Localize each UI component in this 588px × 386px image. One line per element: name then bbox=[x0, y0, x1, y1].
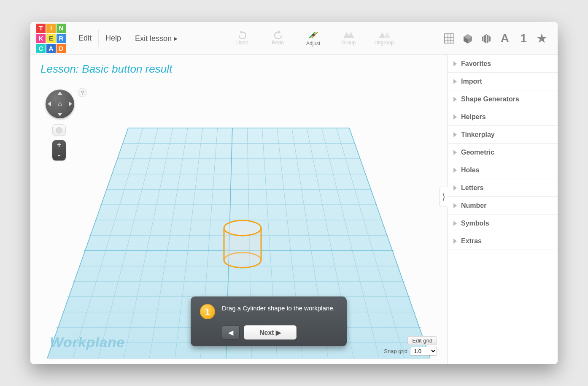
redo-button[interactable]: Redo bbox=[267, 30, 289, 46]
chevron-right-icon bbox=[453, 185, 457, 190]
lesson-title: Lesson: Basic button result bbox=[30, 55, 447, 76]
center-tools: Undo Redo Adjust Group Ungroup bbox=[231, 30, 396, 46]
cat-holes[interactable]: Holes bbox=[448, 161, 558, 179]
chevron-right-icon bbox=[453, 203, 457, 208]
tab-box-icon[interactable] bbox=[461, 31, 475, 46]
svg-point-0 bbox=[312, 34, 315, 36]
tab-stripes-icon[interactable] bbox=[479, 31, 494, 46]
cat-label: Shape Generators bbox=[461, 95, 519, 103]
cat-extras[interactable]: Extras bbox=[448, 232, 558, 250]
tool-label: Undo bbox=[236, 40, 248, 46]
menu-help[interactable]: Help bbox=[99, 30, 128, 47]
cat-label: Holes bbox=[461, 166, 480, 174]
lesson-popover: 1 Drag a Cylinder shape to the workplane… bbox=[191, 296, 347, 346]
cylinder-shape[interactable] bbox=[222, 220, 263, 269]
tool-label: Group bbox=[342, 40, 356, 46]
ungroup-button[interactable]: Ungroup bbox=[373, 30, 396, 46]
orbit-up-icon[interactable] bbox=[57, 92, 62, 95]
view-orb: ⌂ ? bbox=[46, 90, 74, 118]
shape-panel: Favorites Import Shape Generators Helper… bbox=[447, 55, 558, 364]
chevron-right-icon bbox=[453, 61, 457, 66]
undo-icon bbox=[237, 30, 248, 39]
cat-label: Tinkerplay bbox=[461, 131, 495, 139]
cat-import[interactable]: Import bbox=[448, 73, 558, 90]
adjust-icon bbox=[307, 30, 319, 40]
edit-grid-button[interactable]: Edit grid bbox=[407, 336, 437, 345]
menu-exit-lesson[interactable]: Exit lesson ▸ bbox=[128, 30, 184, 47]
orb-help-button[interactable]: ? bbox=[78, 88, 87, 97]
lesson-prefix: Lesson: bbox=[40, 63, 82, 75]
cat-favorites[interactable]: Favorites bbox=[448, 55, 558, 73]
cat-label: Helpers bbox=[461, 113, 486, 121]
redo-icon bbox=[272, 30, 283, 39]
cat-label: Extras bbox=[461, 237, 482, 245]
chevron-right-icon bbox=[453, 168, 457, 173]
chevron-right-icon bbox=[453, 97, 457, 102]
lesson-name: Basic button result bbox=[82, 63, 172, 75]
menu-edit[interactable]: Edit bbox=[72, 30, 99, 47]
tool-label: Redo bbox=[272, 40, 284, 46]
logo[interactable]: TIN KER CAD bbox=[36, 24, 66, 53]
chevron-right-icon bbox=[453, 150, 457, 155]
snap-grid-label: Snap grid bbox=[384, 348, 407, 354]
ungroup-icon bbox=[378, 30, 391, 39]
cat-label: Import bbox=[461, 78, 482, 85]
adjust-button[interactable]: Adjust bbox=[302, 30, 325, 46]
shape-library-tabs: A 1 ★ bbox=[442, 31, 552, 46]
cat-label: Geometric bbox=[461, 149, 494, 156]
cat-number[interactable]: Number bbox=[448, 197, 558, 215]
chevron-right-icon bbox=[453, 132, 457, 137]
tool-label: Adjust bbox=[306, 41, 320, 46]
cat-label: Letters bbox=[461, 184, 483, 192]
cat-label: Favorites bbox=[461, 60, 491, 68]
next-step-button[interactable]: Next ▶ bbox=[244, 325, 297, 340]
canvas-area[interactable]: Lesson: Basic button result ⌂ ? bbox=[30, 55, 447, 364]
chevron-right-icon bbox=[453, 79, 457, 84]
undo-button[interactable]: Undo bbox=[231, 30, 254, 46]
panel-collapse-handle[interactable]: ⟩ bbox=[439, 187, 448, 207]
grid-controls: Edit grid Snap grid 1.0 bbox=[384, 336, 437, 356]
orbit-left-icon[interactable] bbox=[48, 101, 51, 106]
tool-label: Ungroup bbox=[375, 40, 394, 46]
app-window: TIN KER CAD Edit Help Exit lesson ▸ Undo… bbox=[30, 22, 558, 364]
home-icon[interactable]: ⌂ bbox=[58, 100, 62, 108]
lesson-instruction: Drag a Cylinder shape to the workplane. bbox=[222, 304, 335, 313]
group-icon bbox=[343, 30, 355, 39]
snap-grid-select[interactable]: 1.0 bbox=[410, 347, 437, 356]
cat-helpers[interactable]: Helpers bbox=[448, 108, 558, 126]
tab-letters-icon[interactable]: A bbox=[498, 31, 512, 46]
group-button[interactable]: Group bbox=[337, 30, 360, 46]
cat-shape-generators[interactable]: Shape Generators bbox=[448, 90, 558, 108]
svg-rect-1 bbox=[445, 34, 454, 43]
topbar: TIN KER CAD Edit Help Exit lesson ▸ Undo… bbox=[30, 22, 558, 55]
chevron-right-icon bbox=[453, 114, 457, 120]
svg-point-52 bbox=[224, 220, 261, 236]
cat-tinkerplay[interactable]: Tinkerplay bbox=[448, 126, 558, 144]
tab-grid-icon[interactable] bbox=[442, 31, 456, 46]
cat-letters[interactable]: Letters bbox=[448, 179, 558, 197]
cat-geometric[interactable]: Geometric bbox=[448, 144, 558, 161]
step-badge: 1 bbox=[200, 304, 215, 319]
main: Lesson: Basic button result ⌂ ? bbox=[30, 55, 558, 364]
orbit-right-icon[interactable] bbox=[69, 101, 72, 106]
workplane-label: Workplane bbox=[50, 334, 125, 351]
tab-star-icon[interactable]: ★ bbox=[535, 31, 549, 46]
viewport[interactable]: ⌂ ? + - bbox=[35, 84, 443, 360]
cat-label: Symbols bbox=[461, 220, 489, 227]
chevron-right-icon bbox=[453, 239, 457, 244]
prev-step-button[interactable]: ◀ bbox=[222, 325, 240, 340]
tab-numbers-icon[interactable]: 1 bbox=[516, 31, 531, 46]
chevron-right-icon bbox=[453, 221, 457, 226]
orbit-control[interactable]: ⌂ bbox=[46, 90, 74, 118]
main-menu: Edit Help Exit lesson ▸ bbox=[72, 30, 184, 47]
cat-label: Number bbox=[461, 202, 486, 209]
cat-symbols[interactable]: Symbols bbox=[448, 215, 558, 232]
